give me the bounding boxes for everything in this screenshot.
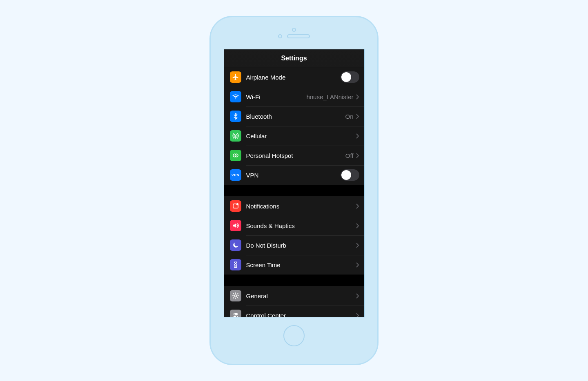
row-label: Sounds & Haptics — [246, 222, 356, 229]
notifications-icon — [230, 200, 241, 212]
row-label: Personal Hotspot — [246, 152, 345, 159]
hotspot-icon — [230, 150, 241, 161]
row-control-center[interactable]: Control Center — [224, 306, 364, 317]
row-sounds[interactable]: Sounds & Haptics — [224, 216, 364, 235]
row-label: Screen Time — [246, 261, 356, 268]
settings-list[interactable]: Airplane Mode Wi-Fi house_LANnister Blue — [224, 67, 364, 317]
screentime-icon — [230, 259, 241, 270]
svg-point-6 — [234, 295, 236, 297]
group-separator — [224, 185, 364, 196]
navbar: Settings — [224, 49, 364, 67]
row-label: Control Center — [246, 312, 356, 317]
row-general[interactable]: General — [224, 286, 364, 306]
phone-frame: Settings Airplane Mode Wi-Fi house — [209, 16, 379, 365]
bluetooth-icon — [230, 111, 241, 122]
chevron-right-icon — [356, 133, 359, 139]
settings-group: General Control Center — [224, 286, 364, 317]
sensor-dot-icon — [292, 28, 296, 32]
row-wifi[interactable]: Wi-Fi house_LANnister — [224, 87, 364, 106]
group-separator — [224, 275, 364, 286]
row-label: Wi-Fi — [246, 93, 307, 100]
row-label: Cellular — [246, 133, 356, 140]
settings-group: Airplane Mode Wi-Fi house_LANnister Blue — [224, 67, 364, 185]
chevron-right-icon — [356, 262, 359, 268]
row-value: Off — [345, 152, 354, 159]
cellular-icon — [230, 130, 241, 142]
row-airplane-mode[interactable]: Airplane Mode — [224, 67, 364, 87]
svg-point-0 — [235, 98, 236, 99]
airplane-icon — [230, 71, 241, 83]
vpn-icon: VPN — [230, 169, 241, 181]
row-do-not-disturb[interactable]: Do Not Disturb — [224, 235, 364, 255]
row-label: VPN — [246, 172, 341, 179]
row-label: Bluetooth — [246, 113, 345, 120]
chevron-right-icon — [356, 94, 359, 100]
airplane-toggle[interactable] — [341, 71, 359, 83]
dnd-icon — [230, 239, 241, 251]
chevron-right-icon — [356, 204, 359, 209]
row-notifications[interactable]: Notifications — [224, 196, 364, 216]
row-bluetooth[interactable]: Bluetooth On — [224, 106, 364, 126]
row-vpn[interactable]: VPN VPN — [224, 165, 364, 185]
svg-point-5 — [236, 203, 238, 205]
sounds-icon — [230, 220, 241, 231]
home-button[interactable] — [283, 325, 305, 346]
chevron-right-icon — [356, 153, 359, 158]
chevron-right-icon — [356, 114, 359, 119]
phone-top-bezel — [211, 17, 377, 49]
row-value: On — [345, 113, 353, 120]
speaker-row — [278, 34, 310, 38]
svg-point-9 — [234, 314, 235, 315]
chevron-right-icon — [356, 313, 359, 317]
chevron-right-icon — [356, 243, 359, 248]
row-label: Airplane Mode — [246, 74, 341, 81]
phone-bottom-bezel — [211, 317, 377, 354]
row-screen-time[interactable]: Screen Time — [224, 255, 364, 275]
page-title: Settings — [281, 55, 307, 62]
general-icon — [230, 290, 241, 301]
wifi-icon — [230, 91, 241, 102]
row-label: Do Not Disturb — [246, 242, 356, 249]
screen: Settings Airplane Mode Wi-Fi house — [224, 49, 365, 317]
controlcenter-icon — [230, 310, 241, 317]
settings-group: Notifications Sounds & Haptics Do Not Di… — [224, 196, 364, 275]
row-value: house_LANnister — [306, 93, 353, 100]
camera-dot-icon — [278, 34, 282, 38]
chevron-right-icon — [356, 223, 359, 228]
row-personal-hotspot[interactable]: Personal Hotspot Off — [224, 146, 364, 165]
vpn-icon-text: VPN — [232, 173, 239, 177]
earpiece-icon — [287, 34, 310, 38]
vpn-toggle[interactable] — [341, 169, 359, 181]
row-label: Notifications — [246, 203, 356, 210]
chevron-right-icon — [356, 293, 359, 299]
row-cellular[interactable]: Cellular — [224, 126, 364, 146]
row-label: General — [246, 292, 356, 299]
svg-rect-8 — [233, 316, 238, 317]
